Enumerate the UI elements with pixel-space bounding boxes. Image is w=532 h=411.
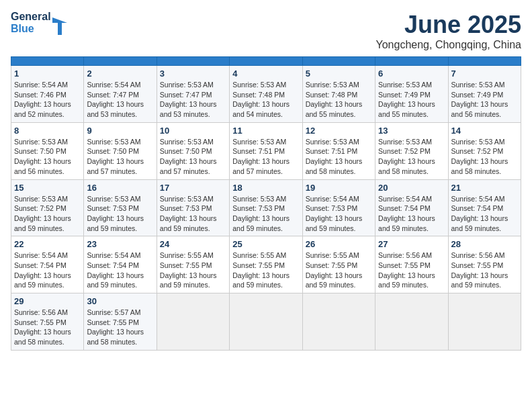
day-info: Sunrise: 5:56 AMSunset: 7:55 PMDaylight:… — [14, 308, 81, 347]
day-info: Sunrise: 5:53 AMSunset: 7:52 PMDaylight:… — [14, 194, 81, 234]
table-row — [157, 293, 229, 351]
table-row: 9Sunrise: 5:53 AMSunset: 7:50 PMDaylight… — [84, 122, 157, 179]
col-saturday — [448, 57, 521, 66]
day-info: Sunrise: 5:53 AMSunset: 7:47 PMDaylight:… — [160, 80, 226, 120]
table-row: 13Sunrise: 5:53 AMSunset: 7:52 PMDayligh… — [375, 122, 448, 179]
day-number: 10 — [160, 126, 226, 136]
day-number: 20 — [378, 183, 445, 193]
col-thursday — [302, 57, 375, 66]
table-row: 23Sunrise: 5:54 AMSunset: 7:54 PMDayligh… — [84, 236, 157, 293]
calendar-subtitle: Yongcheng, Chongqing, China — [376, 39, 521, 51]
table-row: 27Sunrise: 5:56 AMSunset: 7:55 PMDayligh… — [375, 236, 448, 293]
calendar-week-row: 15Sunrise: 5:53 AMSunset: 7:52 PMDayligh… — [11, 179, 521, 236]
day-number: 17 — [160, 183, 226, 193]
day-number: 5 — [306, 68, 372, 79]
day-info: Sunrise: 5:54 AMSunset: 7:53 PMDaylight:… — [306, 194, 372, 234]
logo: General Blue — [11, 11, 67, 35]
day-info: Sunrise: 5:54 AMSunset: 7:54 PMDaylight:… — [87, 250, 153, 290]
day-number: 8 — [14, 126, 81, 136]
calendar-week-row: 1Sunrise: 5:54 AMSunset: 7:46 PMDaylight… — [11, 66, 521, 123]
table-row: 10Sunrise: 5:53 AMSunset: 7:50 PMDayligh… — [157, 122, 229, 179]
day-info: Sunrise: 5:53 AMSunset: 7:53 PMDaylight:… — [160, 194, 226, 234]
table-row: 24Sunrise: 5:55 AMSunset: 7:55 PMDayligh… — [157, 236, 229, 293]
day-info: Sunrise: 5:54 AMSunset: 7:54 PMDaylight:… — [14, 250, 81, 290]
table-row: 2Sunrise: 5:54 AMSunset: 7:47 PMDaylight… — [84, 66, 157, 123]
svg-marker-0 — [52, 17, 67, 35]
table-row: 5Sunrise: 5:53 AMSunset: 7:48 PMDaylight… — [302, 66, 375, 123]
table-row: 16Sunrise: 5:53 AMSunset: 7:53 PMDayligh… — [84, 179, 157, 236]
day-number: 6 — [378, 68, 445, 79]
day-number: 28 — [451, 239, 518, 249]
table-row: 19Sunrise: 5:54 AMSunset: 7:53 PMDayligh… — [302, 179, 375, 236]
table-row: 6Sunrise: 5:53 AMSunset: 7:49 PMDaylight… — [375, 66, 448, 123]
table-row: 22Sunrise: 5:54 AMSunset: 7:54 PMDayligh… — [11, 236, 84, 293]
table-row: 28Sunrise: 5:56 AMSunset: 7:55 PMDayligh… — [448, 236, 521, 293]
day-number: 1 — [14, 68, 81, 79]
table-row: 4Sunrise: 5:53 AMSunset: 7:48 PMDaylight… — [230, 66, 302, 123]
table-row: 15Sunrise: 5:53 AMSunset: 7:52 PMDayligh… — [11, 179, 84, 236]
day-number: 4 — [232, 68, 299, 79]
day-number: 23 — [87, 239, 153, 249]
table-row: 18Sunrise: 5:53 AMSunset: 7:53 PMDayligh… — [230, 179, 302, 236]
day-number: 22 — [14, 239, 81, 249]
calendar-title: June 2025 — [376, 11, 521, 39]
table-row: 14Sunrise: 5:53 AMSunset: 7:52 PMDayligh… — [448, 122, 521, 179]
day-info: Sunrise: 5:57 AMSunset: 7:55 PMDaylight:… — [87, 308, 153, 347]
calendar-table: 1Sunrise: 5:54 AMSunset: 7:46 PMDaylight… — [11, 56, 521, 351]
col-monday — [84, 57, 157, 66]
table-row: 1Sunrise: 5:54 AMSunset: 7:46 PMDaylight… — [11, 66, 84, 123]
day-number: 30 — [87, 296, 153, 306]
day-number: 16 — [87, 183, 153, 193]
table-row: 11Sunrise: 5:53 AMSunset: 7:51 PMDayligh… — [230, 122, 302, 179]
table-row: 30Sunrise: 5:57 AMSunset: 7:55 PMDayligh… — [84, 293, 157, 351]
day-info: Sunrise: 5:55 AMSunset: 7:55 PMDaylight:… — [160, 250, 226, 290]
day-info: Sunrise: 5:53 AMSunset: 7:52 PMDaylight:… — [378, 137, 445, 177]
day-number: 24 — [160, 239, 226, 249]
day-info: Sunrise: 5:54 AMSunset: 7:46 PMDaylight:… — [14, 80, 81, 120]
header: General Blue June 2025 Yongcheng, Chongq… — [11, 11, 521, 51]
day-number: 21 — [451, 183, 518, 193]
col-wednesday — [230, 57, 302, 66]
calendar-week-row: 29Sunrise: 5:56 AMSunset: 7:55 PMDayligh… — [11, 293, 521, 351]
table-row — [230, 293, 302, 351]
day-info: Sunrise: 5:53 AMSunset: 7:50 PMDaylight:… — [160, 137, 226, 177]
table-row — [302, 293, 375, 351]
table-row — [375, 293, 448, 351]
day-info: Sunrise: 5:56 AMSunset: 7:55 PMDaylight:… — [378, 250, 445, 290]
day-info: Sunrise: 5:53 AMSunset: 7:49 PMDaylight:… — [451, 80, 518, 120]
table-row: 7Sunrise: 5:53 AMSunset: 7:49 PMDaylight… — [448, 66, 521, 123]
col-friday — [375, 57, 448, 66]
table-row: 29Sunrise: 5:56 AMSunset: 7:55 PMDayligh… — [11, 293, 84, 351]
day-info: Sunrise: 5:54 AMSunset: 7:54 PMDaylight:… — [451, 194, 518, 234]
day-info: Sunrise: 5:53 AMSunset: 7:49 PMDaylight:… — [378, 80, 445, 120]
day-info: Sunrise: 5:53 AMSunset: 7:48 PMDaylight:… — [306, 80, 372, 120]
table-row: 21Sunrise: 5:54 AMSunset: 7:54 PMDayligh… — [448, 179, 521, 236]
day-number: 15 — [14, 183, 81, 193]
table-row: 17Sunrise: 5:53 AMSunset: 7:53 PMDayligh… — [157, 179, 229, 236]
calendar-week-row: 8Sunrise: 5:53 AMSunset: 7:50 PMDaylight… — [11, 122, 521, 179]
day-info: Sunrise: 5:53 AMSunset: 7:51 PMDaylight:… — [306, 137, 372, 177]
calendar-week-row: 22Sunrise: 5:54 AMSunset: 7:54 PMDayligh… — [11, 236, 521, 293]
day-info: Sunrise: 5:53 AMSunset: 7:50 PMDaylight:… — [14, 137, 81, 177]
day-number: 19 — [306, 183, 372, 193]
day-info: Sunrise: 5:55 AMSunset: 7:55 PMDaylight:… — [306, 250, 372, 290]
day-info: Sunrise: 5:53 AMSunset: 7:51 PMDaylight:… — [232, 137, 299, 177]
day-number: 12 — [306, 126, 372, 136]
day-number: 25 — [232, 239, 299, 249]
day-number: 2 — [87, 68, 153, 79]
title-area: June 2025 Yongcheng, Chongqing, China — [376, 11, 521, 51]
day-number: 27 — [378, 239, 445, 249]
day-info: Sunrise: 5:53 AMSunset: 7:53 PMDaylight:… — [87, 194, 153, 234]
day-info: Sunrise: 5:56 AMSunset: 7:55 PMDaylight:… — [451, 250, 518, 290]
day-info: Sunrise: 5:54 AMSunset: 7:54 PMDaylight:… — [378, 194, 445, 234]
day-info: Sunrise: 5:53 AMSunset: 7:48 PMDaylight:… — [232, 80, 299, 120]
day-info: Sunrise: 5:53 AMSunset: 7:53 PMDaylight:… — [232, 194, 299, 234]
col-tuesday — [157, 57, 229, 66]
table-row — [448, 293, 521, 351]
table-row: 20Sunrise: 5:54 AMSunset: 7:54 PMDayligh… — [375, 179, 448, 236]
day-number: 26 — [306, 239, 372, 249]
day-info: Sunrise: 5:54 AMSunset: 7:47 PMDaylight:… — [87, 80, 153, 120]
day-number: 11 — [232, 126, 299, 136]
day-number: 7 — [451, 68, 518, 79]
day-info: Sunrise: 5:53 AMSunset: 7:52 PMDaylight:… — [451, 137, 518, 177]
